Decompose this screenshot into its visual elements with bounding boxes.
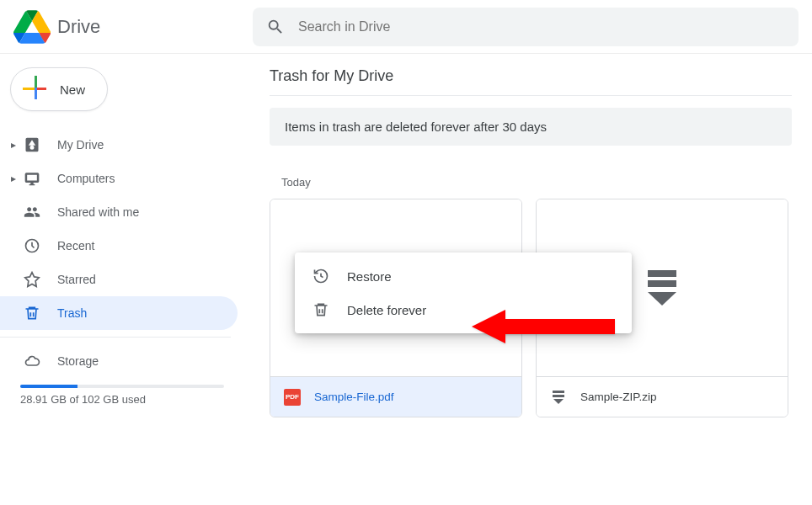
trash-icon <box>22 305 42 322</box>
filename-bar: PDF Sample-File.pdf <box>270 376 521 417</box>
new-button[interactable]: New <box>10 67 108 111</box>
sidebar: New ▸ My Drive ▸ Computers <box>0 54 244 505</box>
sidebar-item-label: Starred <box>57 273 96 286</box>
sidebar-item-label: Shared with me <box>57 205 139 219</box>
sidebar-item-label: Computers <box>57 172 115 185</box>
menu-item-restore[interactable]: Restore <box>295 259 632 293</box>
menu-item-label: Restore <box>347 269 392 284</box>
sidebar-item-trash[interactable]: Trash <box>0 296 238 330</box>
menu-item-label: Delete forever <box>347 303 426 317</box>
logo-area[interactable]: Drive <box>13 10 249 44</box>
trash-banner: Items in trash are deleted forever after… <box>270 108 792 146</box>
sidebar-item-recent[interactable]: Recent <box>0 229 238 263</box>
computers-icon <box>22 170 42 187</box>
sidebar-item-starred[interactable]: Starred <box>0 263 238 296</box>
new-button-label: New <box>60 82 85 97</box>
my-drive-icon <box>22 136 42 153</box>
search-icon <box>266 18 285 36</box>
annotation-arrow <box>472 310 615 343</box>
nav-list: ▸ My Drive ▸ Computers Shared with me <box>0 128 244 330</box>
sidebar-item-label: Trash <box>57 306 87 320</box>
sidebar-item-my-drive[interactable]: ▸ My Drive <box>0 128 238 162</box>
storage-text: 28.91 GB of 102 GB used <box>20 393 244 406</box>
page-title: Trash for My Drive <box>270 67 792 96</box>
sidebar-item-computers[interactable]: ▸ Computers <box>0 162 238 195</box>
app-name: Drive <box>57 16 100 38</box>
expand-icon[interactable]: ▸ <box>5 139 22 151</box>
sidebar-item-shared[interactable]: Shared with me <box>0 195 238 229</box>
drive-logo-icon <box>13 10 51 44</box>
header: Drive <box>0 0 812 54</box>
delete-forever-icon <box>312 301 330 318</box>
sidebar-item-label: Recent <box>57 239 94 252</box>
storage-bar <box>20 385 224 388</box>
filename-bar: Sample-ZIP.zip <box>537 376 788 417</box>
zip-large-icon <box>648 270 676 306</box>
plus-icon <box>23 76 50 103</box>
sidebar-item-label: Storage <box>57 354 99 368</box>
sidebar-item-storage[interactable]: Storage <box>0 344 238 378</box>
recent-icon <box>22 237 42 254</box>
file-name: Sample-ZIP.zip <box>580 391 657 403</box>
cloud-icon <box>22 353 42 369</box>
search-bar[interactable] <box>253 8 799 46</box>
zip-icon <box>550 389 567 406</box>
expand-icon[interactable]: ▸ <box>5 173 22 184</box>
sidebar-item-label: My Drive <box>57 138 104 152</box>
file-name: Sample-File.pdf <box>314 391 394 403</box>
restore-icon <box>312 268 330 284</box>
shared-icon <box>22 204 42 221</box>
pdf-icon: PDF <box>284 389 301 406</box>
star-icon <box>22 271 42 288</box>
section-label: Today <box>281 176 792 189</box>
search-input[interactable] <box>298 19 785 35</box>
